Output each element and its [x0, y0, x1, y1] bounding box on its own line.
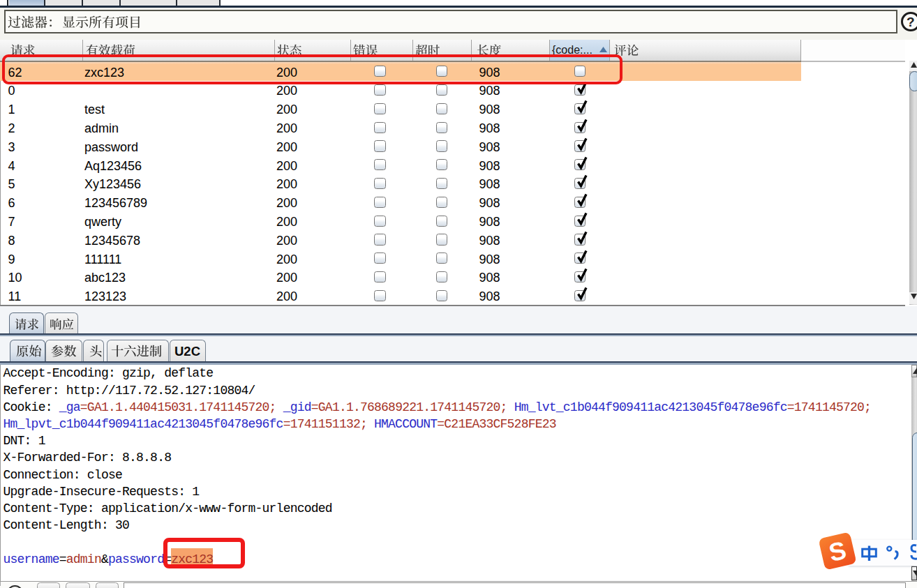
svg-text:S: S	[826, 535, 849, 566]
